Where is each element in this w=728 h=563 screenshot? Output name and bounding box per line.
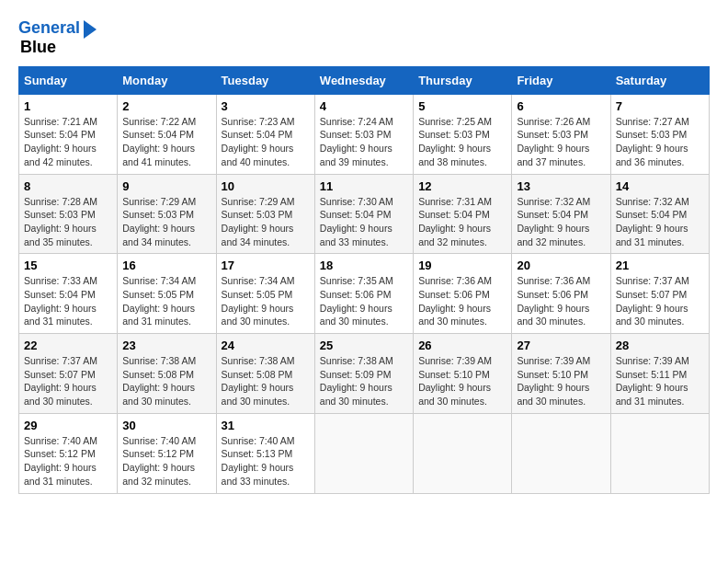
weekday-header-wednesday: Wednesday — [314, 66, 413, 94]
empty-cell — [610, 413, 709, 493]
calendar-week-4: 22Sunrise: 7:37 AM Sunset: 5:07 PM Dayli… — [19, 334, 710, 414]
day-number: 13 — [517, 179, 605, 193]
day-info: Sunrise: 7:30 AM Sunset: 5:04 PM Dayligh… — [320, 195, 408, 249]
calendar-week-3: 15Sunrise: 7:33 AM Sunset: 5:04 PM Dayli… — [19, 254, 710, 334]
logo-arrow-icon — [84, 20, 97, 39]
calendar-day-9: 9Sunrise: 7:29 AM Sunset: 5:03 PM Daylig… — [118, 174, 216, 254]
calendar-day-29: 29Sunrise: 7:40 AM Sunset: 5:12 PM Dayli… — [19, 413, 118, 493]
day-number: 7 — [616, 99, 704, 113]
day-info: Sunrise: 7:26 AM Sunset: 5:03 PM Dayligh… — [517, 115, 605, 169]
day-info: Sunrise: 7:34 AM Sunset: 5:05 PM Dayligh… — [122, 274, 210, 328]
day-number: 19 — [418, 259, 506, 272]
calendar-day-23: 23Sunrise: 7:38 AM Sunset: 5:08 PM Dayli… — [118, 334, 216, 414]
calendar-day-22: 22Sunrise: 7:37 AM Sunset: 5:07 PM Dayli… — [19, 334, 118, 414]
day-number: 31 — [222, 419, 310, 432]
calendar-day-13: 13Sunrise: 7:32 AM Sunset: 5:04 PM Dayli… — [512, 174, 610, 254]
weekday-header-friday: Friday — [512, 66, 610, 94]
calendar-day-11: 11Sunrise: 7:30 AM Sunset: 5:04 PM Dayli… — [314, 174, 413, 254]
calendar-day-4: 4Sunrise: 7:24 AM Sunset: 5:03 PM Daylig… — [314, 94, 413, 174]
weekday-header-monday: Monday — [118, 66, 216, 94]
calendar-day-8: 8Sunrise: 7:28 AM Sunset: 5:03 PM Daylig… — [19, 174, 118, 254]
calendar-day-17: 17Sunrise: 7:34 AM Sunset: 5:05 PM Dayli… — [216, 254, 314, 334]
day-number: 30 — [122, 419, 210, 432]
calendar-week-1: 1Sunrise: 7:21 AM Sunset: 5:04 PM Daylig… — [19, 94, 710, 174]
day-info: Sunrise: 7:28 AM Sunset: 5:03 PM Dayligh… — [24, 195, 112, 249]
day-info: Sunrise: 7:40 AM Sunset: 5:13 PM Dayligh… — [222, 434, 310, 488]
day-number: 1 — [24, 99, 112, 113]
day-number: 16 — [122, 259, 210, 272]
calendar-day-24: 24Sunrise: 7:38 AM Sunset: 5:08 PM Dayli… — [216, 334, 314, 414]
day-info: Sunrise: 7:29 AM Sunset: 5:03 PM Dayligh… — [222, 195, 310, 249]
calendar-day-5: 5Sunrise: 7:25 AM Sunset: 5:03 PM Daylig… — [414, 94, 512, 174]
calendar-day-21: 21Sunrise: 7:37 AM Sunset: 5:07 PM Dayli… — [610, 254, 709, 334]
calendar-day-10: 10Sunrise: 7:29 AM Sunset: 5:03 PM Dayli… — [216, 174, 314, 254]
day-info: Sunrise: 7:34 AM Sunset: 5:05 PM Dayligh… — [222, 274, 310, 328]
day-number: 3 — [222, 99, 310, 113]
weekday-header-sunday: Sunday — [19, 66, 118, 94]
day-number: 14 — [616, 179, 704, 193]
calendar-day-2: 2Sunrise: 7:22 AM Sunset: 5:04 PM Daylig… — [118, 94, 216, 174]
day-number: 22 — [24, 339, 112, 352]
calendar-day-6: 6Sunrise: 7:26 AM Sunset: 5:03 PM Daylig… — [512, 94, 610, 174]
day-info: Sunrise: 7:22 AM Sunset: 5:04 PM Dayligh… — [122, 115, 210, 169]
day-number: 6 — [517, 99, 605, 113]
calendar-table: SundayMondayTuesdayWednesdayThursdayFrid… — [18, 66, 710, 494]
day-number: 23 — [122, 339, 210, 352]
calendar-week-5: 29Sunrise: 7:40 AM Sunset: 5:12 PM Dayli… — [19, 413, 710, 493]
day-number: 8 — [24, 179, 112, 193]
day-number: 2 — [122, 99, 210, 113]
day-number: 26 — [418, 339, 506, 352]
day-info: Sunrise: 7:39 AM Sunset: 5:10 PM Dayligh… — [517, 354, 605, 408]
calendar-week-2: 8Sunrise: 7:28 AM Sunset: 5:03 PM Daylig… — [19, 174, 710, 254]
calendar-day-15: 15Sunrise: 7:33 AM Sunset: 5:04 PM Dayli… — [19, 254, 118, 334]
weekday-header-thursday: Thursday — [414, 66, 512, 94]
day-number: 17 — [222, 259, 310, 272]
calendar-day-19: 19Sunrise: 7:36 AM Sunset: 5:06 PM Dayli… — [414, 254, 512, 334]
day-info: Sunrise: 7:21 AM Sunset: 5:04 PM Dayligh… — [24, 115, 112, 169]
calendar-day-20: 20Sunrise: 7:36 AM Sunset: 5:06 PM Dayli… — [512, 254, 610, 334]
calendar-day-27: 27Sunrise: 7:39 AM Sunset: 5:10 PM Dayli… — [512, 334, 610, 414]
day-number: 9 — [122, 179, 210, 193]
day-number: 12 — [418, 179, 506, 193]
day-info: Sunrise: 7:39 AM Sunset: 5:10 PM Dayligh… — [418, 354, 506, 408]
day-info: Sunrise: 7:38 AM Sunset: 5:09 PM Dayligh… — [320, 354, 408, 408]
day-info: Sunrise: 7:23 AM Sunset: 5:04 PM Dayligh… — [222, 115, 310, 169]
day-info: Sunrise: 7:27 AM Sunset: 5:03 PM Dayligh… — [616, 115, 704, 169]
day-info: Sunrise: 7:25 AM Sunset: 5:03 PM Dayligh… — [418, 115, 506, 169]
day-number: 5 — [418, 99, 506, 113]
day-info: Sunrise: 7:37 AM Sunset: 5:07 PM Dayligh… — [616, 274, 704, 328]
calendar-day-30: 30Sunrise: 7:40 AM Sunset: 5:12 PM Dayli… — [118, 413, 216, 493]
logo: General Blue — [18, 18, 97, 57]
weekday-header-tuesday: Tuesday — [216, 66, 314, 94]
calendar-day-1: 1Sunrise: 7:21 AM Sunset: 5:04 PM Daylig… — [19, 94, 118, 174]
day-number: 28 — [616, 339, 704, 352]
calendar-day-31: 31Sunrise: 7:40 AM Sunset: 5:13 PM Dayli… — [216, 413, 314, 493]
day-number: 10 — [222, 179, 310, 193]
day-info: Sunrise: 7:32 AM Sunset: 5:04 PM Dayligh… — [616, 195, 704, 249]
day-number: 20 — [517, 259, 605, 272]
day-info: Sunrise: 7:38 AM Sunset: 5:08 PM Dayligh… — [122, 354, 210, 408]
weekday-header-saturday: Saturday — [610, 66, 709, 94]
day-info: Sunrise: 7:35 AM Sunset: 5:06 PM Dayligh… — [320, 274, 408, 328]
day-info: Sunrise: 7:40 AM Sunset: 5:12 PM Dayligh… — [122, 434, 210, 488]
calendar-day-7: 7Sunrise: 7:27 AM Sunset: 5:03 PM Daylig… — [610, 94, 709, 174]
day-number: 21 — [616, 259, 704, 272]
logo-text-general: General — [18, 18, 80, 37]
day-info: Sunrise: 7:36 AM Sunset: 5:06 PM Dayligh… — [418, 274, 506, 328]
day-number: 18 — [320, 259, 408, 272]
logo-text-blue: Blue — [20, 39, 56, 57]
day-info: Sunrise: 7:24 AM Sunset: 5:03 PM Dayligh… — [320, 115, 408, 169]
calendar-header: SundayMondayTuesdayWednesdayThursdayFrid… — [19, 66, 710, 94]
calendar-day-12: 12Sunrise: 7:31 AM Sunset: 5:04 PM Dayli… — [414, 174, 512, 254]
day-number: 11 — [320, 179, 408, 193]
day-number: 15 — [24, 259, 112, 272]
empty-cell — [314, 413, 413, 493]
day-info: Sunrise: 7:33 AM Sunset: 5:04 PM Dayligh… — [24, 274, 112, 328]
calendar-day-14: 14Sunrise: 7:32 AM Sunset: 5:04 PM Dayli… — [610, 174, 709, 254]
empty-cell — [414, 413, 512, 493]
calendar-day-16: 16Sunrise: 7:34 AM Sunset: 5:05 PM Dayli… — [118, 254, 216, 334]
calendar-day-3: 3Sunrise: 7:23 AM Sunset: 5:04 PM Daylig… — [216, 94, 314, 174]
day-number: 25 — [320, 339, 408, 352]
day-number: 4 — [320, 99, 408, 113]
day-info: Sunrise: 7:32 AM Sunset: 5:04 PM Dayligh… — [517, 195, 605, 249]
